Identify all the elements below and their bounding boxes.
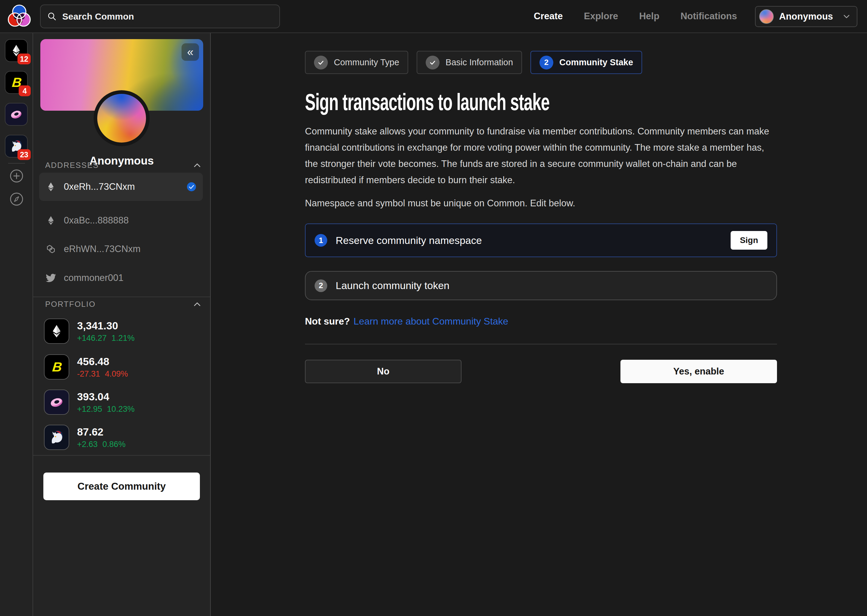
address-item[interactable]: 0xaBc...888888 bbox=[39, 209, 203, 232]
address-label: eRhWN...73CNxm bbox=[64, 244, 140, 255]
torus-icon bbox=[9, 107, 24, 122]
community-rail: 12 B 4 bbox=[0, 33, 33, 616]
rail-community-based[interactable]: B 4 bbox=[5, 71, 28, 94]
decline-button[interactable]: No bbox=[305, 360, 462, 383]
address-item[interactable]: 0xeRh...73CNxm bbox=[39, 173, 203, 201]
portfolio-item[interactable]: 87.62 +2.630.86% bbox=[44, 425, 126, 450]
portfolio-section-header: PORTFOLIO bbox=[45, 300, 201, 309]
search-bar[interactable] bbox=[40, 5, 280, 28]
ethereum-icon bbox=[46, 215, 56, 226]
unicorn-icon bbox=[44, 425, 69, 450]
wizard-stepper: Community Type Basic Information 2 Commu… bbox=[305, 51, 642, 74]
nav-help[interactable]: Help bbox=[639, 11, 659, 22]
token-balance: 87.62 bbox=[77, 426, 126, 438]
common-logo-icon[interactable] bbox=[8, 4, 31, 29]
sign-button[interactable]: Sign bbox=[731, 231, 767, 250]
unread-badge: 12 bbox=[17, 53, 31, 64]
twitter-icon bbox=[46, 273, 56, 283]
step-basic-information[interactable]: Basic Information bbox=[417, 51, 522, 74]
nav-create[interactable]: Create bbox=[534, 11, 563, 22]
token-change: -27.314.09% bbox=[77, 369, 128, 379]
task-number: 2 bbox=[315, 280, 327, 292]
addresses-label: ADDRESSES bbox=[45, 160, 99, 170]
rail-community-torus[interactable] bbox=[5, 103, 28, 126]
profile-menu-button[interactable]: Anonymous bbox=[755, 6, 858, 27]
step-label: Basic Information bbox=[446, 57, 513, 68]
sidebar-divider bbox=[33, 455, 210, 456]
task-label: Reserve community namespace bbox=[336, 235, 482, 246]
learn-more-link[interactable]: Learn more about Community Stake bbox=[353, 316, 508, 327]
sidebar-divider bbox=[33, 297, 210, 297]
namespace-note: Namespace and symbol must be unique on C… bbox=[305, 198, 575, 209]
address-label: 0xeRh...73CNxm bbox=[64, 181, 135, 192]
nav-explore[interactable]: Explore bbox=[584, 11, 618, 22]
rail-divider bbox=[8, 163, 25, 163]
accept-button[interactable]: Yes, enable bbox=[620, 360, 777, 383]
search-input[interactable] bbox=[62, 11, 273, 22]
step-label: Community Stake bbox=[559, 57, 633, 68]
portfolio-label: PORTFOLIO bbox=[45, 300, 96, 309]
add-community-icon[interactable] bbox=[9, 169, 24, 183]
step-community-stake[interactable]: 2 Community Stake bbox=[530, 51, 642, 74]
torus-icon bbox=[44, 390, 69, 415]
token-balance: 393.04 bbox=[77, 391, 134, 403]
portfolio-item[interactable]: 3,341.30 +146.271.21% bbox=[44, 319, 134, 344]
create-community-button[interactable]: Create Community bbox=[43, 473, 200, 500]
address-label: commoner001 bbox=[64, 272, 123, 283]
based-icon: B bbox=[44, 354, 69, 380]
search-icon bbox=[47, 11, 57, 22]
task-label: Launch community token bbox=[336, 280, 449, 291]
app-root: Create Explore Help Notifications Anonym… bbox=[0, 0, 867, 616]
rail-community-1inch[interactable]: 23 bbox=[5, 135, 28, 158]
token-change: +2.630.86% bbox=[77, 440, 126, 449]
rail-community-ethereum[interactable]: 12 bbox=[5, 39, 28, 62]
profile-name: Anonymous bbox=[779, 11, 833, 22]
page-title: Sign transactions to launch stake bbox=[305, 88, 549, 116]
chevron-up-icon[interactable] bbox=[193, 162, 201, 169]
polygon-icon bbox=[46, 244, 56, 254]
token-change: +146.271.21% bbox=[77, 333, 134, 343]
nav-notifications[interactable]: Notifications bbox=[680, 11, 737, 22]
unread-badge: 23 bbox=[17, 149, 31, 160]
not-sure-text: Not sure? bbox=[305, 316, 350, 327]
portfolio-item[interactable]: 393.04 +12.9510.23% bbox=[44, 390, 134, 415]
explore-compass-icon[interactable] bbox=[9, 192, 24, 206]
task-launch-token: 2 Launch community token bbox=[305, 271, 777, 300]
ethereum-icon bbox=[46, 182, 56, 192]
top-nav: Create Explore Help Notifications bbox=[534, 0, 737, 33]
main-content: Community Type Basic Information 2 Commu… bbox=[211, 33, 867, 616]
collapse-icon: « bbox=[187, 46, 193, 58]
top-bar: Create Explore Help Notifications Anonym… bbox=[0, 0, 867, 33]
portfolio-item[interactable]: B 456.48 -27.314.09% bbox=[44, 354, 128, 380]
profile-avatar-large bbox=[94, 90, 150, 146]
step-done-icon bbox=[314, 56, 328, 69]
token-balance: 3,341.30 bbox=[77, 320, 134, 332]
avatar bbox=[759, 9, 774, 24]
token-change: +12.9510.23% bbox=[77, 405, 134, 414]
stake-description: Community stake allows your community to… bbox=[305, 123, 779, 188]
selected-check-icon bbox=[187, 182, 196, 192]
task-reserve-namespace: 1 Reserve community namespace Sign bbox=[305, 223, 777, 257]
addresses-section-header: ADDRESSES bbox=[45, 160, 201, 170]
task-number: 1 bbox=[315, 234, 327, 247]
ethereum-icon bbox=[44, 319, 69, 344]
content-divider bbox=[305, 344, 777, 344]
help-line: Not sure?Learn more about Community Stak… bbox=[305, 316, 508, 327]
step-label: Community Type bbox=[334, 57, 399, 68]
address-label: 0xaBc...888888 bbox=[64, 215, 129, 226]
chevron-down-icon bbox=[842, 13, 851, 21]
address-item[interactable]: eRhWN...73CNxm bbox=[39, 237, 203, 261]
chevron-up-icon[interactable] bbox=[193, 300, 201, 308]
step-done-icon bbox=[426, 56, 440, 69]
token-balance: 456.48 bbox=[77, 355, 128, 368]
unread-badge: 4 bbox=[19, 85, 31, 96]
step-number: 2 bbox=[539, 56, 553, 69]
collapse-sidebar-button[interactable]: « bbox=[181, 43, 199, 61]
address-item[interactable]: commoner001 bbox=[39, 267, 203, 289]
step-community-type[interactable]: Community Type bbox=[305, 51, 408, 74]
profile-sidebar: « Anonymous ADDRESSES 0xeRh...73CNxm bbox=[33, 33, 211, 616]
